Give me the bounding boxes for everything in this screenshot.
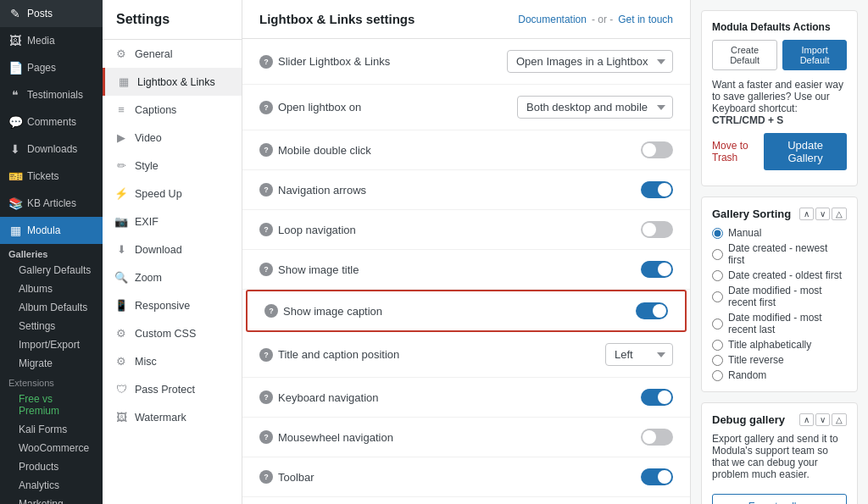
- sidebar-ext-products[interactable]: Products: [0, 457, 103, 476]
- download-nav-icon: ⬇: [114, 243, 128, 256]
- nav-item-watermark[interactable]: 🖼Watermark: [103, 403, 242, 431]
- sidebar-item-pages[interactable]: 📄Pages: [0, 54, 103, 81]
- nav-item-responsive[interactable]: 📱Responsive: [103, 291, 242, 319]
- mobile-double-click-toggle[interactable]: [641, 141, 673, 158]
- sidebar-ext-free-vs-premium[interactable]: Free vs Premium: [0, 390, 103, 420]
- help-badge-mobile-double-click[interactable]: ?: [259, 143, 273, 157]
- nav-item-download[interactable]: ⬇Download: [103, 235, 242, 263]
- loop-navigation-toggle[interactable]: [641, 221, 673, 238]
- sort-option-title-alpha[interactable]: Title alphabetically: [712, 339, 847, 351]
- nav-item-label: Lightbox & Links: [137, 76, 215, 88]
- show-image-caption-toggle[interactable]: [636, 302, 668, 319]
- help-badge-slider-lightbox[interactable]: ?: [259, 55, 273, 69]
- content-title: Lightbox & Links settings: [259, 12, 415, 26]
- nav-item-label: Responsive: [135, 300, 190, 312]
- nav-item-general[interactable]: ⚙General: [103, 40, 242, 68]
- sort-option-manual[interactable]: Manual: [712, 227, 847, 239]
- help-badge-show-image-title[interactable]: ?: [259, 263, 273, 276]
- sort-up-button[interactable]: ∧: [799, 208, 814, 220]
- help-badge-toolbar[interactable]: ?: [259, 470, 273, 484]
- nav-item-label: General: [135, 48, 172, 60]
- mousewheel-navigation-label: ? Mousewheel navigation: [259, 430, 393, 444]
- video-nav-icon: ▶: [114, 131, 128, 144]
- navigation-arrows-label: ? Navigation arrows: [259, 183, 366, 197]
- sort-collapse-button[interactable]: △: [832, 208, 847, 220]
- sort-option-date-oldest[interactable]: Date created - oldest first: [712, 269, 847, 281]
- sidebar-item-tickets[interactable]: 🎫Tickets: [0, 163, 103, 190]
- show-image-title-toggle[interactable]: [641, 261, 673, 278]
- title-caption-position-select[interactable]: LeftCenterRight: [605, 343, 673, 366]
- slider-lightbox-select[interactable]: Open Images in a LightboxOpen URLNone: [507, 50, 673, 73]
- sorting-controls: ∧ ∨ △: [799, 208, 847, 220]
- sidebar-sub-migrate[interactable]: Migrate: [0, 354, 103, 373]
- documentation-link[interactable]: Documentation: [518, 14, 587, 25]
- sidebar-sub-album-defaults[interactable]: Album Defaults: [0, 298, 103, 317]
- sidebar-item-downloads[interactable]: ⬇Downloads: [0, 136, 103, 163]
- sidebar-item-testimonials[interactable]: ❝Testimonials: [0, 81, 103, 108]
- sidebar-item-media[interactable]: 🖼Media: [0, 27, 103, 54]
- help-badge-open-lightbox-on[interactable]: ?: [259, 101, 273, 114]
- sidebar-sub-albums[interactable]: Albums: [0, 280, 103, 298]
- nav-item-custom-css[interactable]: ⚙Custom CSS: [103, 319, 242, 347]
- nav-item-captions[interactable]: ≡Captions: [103, 96, 242, 124]
- speed-up-nav-icon: ⚡: [114, 187, 128, 200]
- nav-item-exif[interactable]: 📷EXIF: [103, 208, 242, 235]
- sidebar-sub-gallery-defaults[interactable]: Gallery Defaults: [0, 261, 103, 280]
- keyboard-navigation-toggle[interactable]: [641, 389, 673, 406]
- gallery-sorting-section: Gallery Sorting ∧ ∨ △ ManualDate created…: [701, 197, 858, 392]
- mousewheel-navigation-toggle[interactable]: [641, 429, 673, 446]
- toolbar-toggle[interactable]: [641, 468, 673, 485]
- help-badge-show-image-caption[interactable]: ?: [264, 304, 278, 318]
- sidebar-item-comments[interactable]: 💬Comments: [0, 108, 103, 136]
- help-badge-navigation-arrows[interactable]: ?: [259, 183, 273, 197]
- sidebar-item-label: Modula: [27, 224, 60, 236]
- move-to-trash-link[interactable]: Move to Trash: [712, 140, 764, 163]
- nav-item-video[interactable]: ▶Video: [103, 124, 242, 152]
- sidebar-item-modula[interactable]: ▦Modula: [0, 217, 103, 244]
- sidebar-item-posts[interactable]: ✎Posts: [0, 0, 103, 27]
- setting-row-show-image-title: ? Show image title: [242, 250, 690, 290]
- sort-option-title-reverse[interactable]: Title reverse: [712, 354, 847, 366]
- modula-defaults-section: Modula Defaults Actions Create Default I…: [701, 10, 858, 186]
- or-separator: - or -: [592, 14, 613, 25]
- sidebar-item-label: Posts: [27, 8, 53, 19]
- title-caption-position-label: ? Title and caption position: [259, 348, 399, 362]
- update-gallery-button[interactable]: Update Gallery: [764, 133, 847, 170]
- sidebar-item-kb-articles[interactable]: 📚KB Articles: [0, 190, 103, 217]
- open-lightbox-on-select[interactable]: Both desktop and mobileDesktop onlyMobil…: [517, 96, 673, 119]
- help-badge-title-caption-position[interactable]: ?: [259, 348, 273, 362]
- create-default-button[interactable]: Create Default: [712, 40, 777, 70]
- sort-option-date-modified-recent[interactable]: Date modified - most recent first: [712, 285, 847, 308]
- sidebar-ext-marketing[interactable]: Marketing: [0, 495, 103, 504]
- sort-option-random[interactable]: Random: [712, 369, 847, 381]
- sort-down-button[interactable]: ∨: [815, 208, 830, 220]
- sidebar-item-label: Media: [27, 35, 55, 47]
- help-badge-mousewheel-navigation[interactable]: ?: [259, 430, 273, 444]
- debug-down-button[interactable]: ∨: [815, 413, 830, 426]
- misc-nav-icon: ⚙: [114, 355, 128, 368]
- sort-option-date-modified-last[interactable]: Date modified - most recent last: [712, 312, 847, 335]
- nav-item-lightbox-links[interactable]: ▦Lightbox & Links: [103, 68, 242, 96]
- navigation-arrows-toggle[interactable]: [641, 181, 673, 198]
- sidebar-sub-settings[interactable]: Settings: [0, 317, 103, 335]
- help-badge-loop-navigation[interactable]: ?: [259, 223, 273, 236]
- sidebar-ext-analytics[interactable]: Analytics: [0, 476, 103, 495]
- debug-collapse-button[interactable]: △: [832, 413, 847, 426]
- get-in-touch-link[interactable]: Get in touch: [618, 14, 673, 25]
- sidebar-ext-kali-forms[interactable]: Kali Forms: [0, 420, 103, 439]
- debug-up-button[interactable]: ∧: [799, 413, 814, 426]
- debug-gallery-title: Debug gallery ∧ ∨ △: [712, 413, 847, 426]
- debug-description: Export gallery and send it to Modula's s…: [712, 433, 847, 480]
- nav-item-misc[interactable]: ⚙Misc: [103, 347, 242, 375]
- sidebar-ext-woocommerce[interactable]: WooCommerce: [0, 439, 103, 457]
- import-default-button[interactable]: Import Default: [782, 40, 847, 70]
- sort-option-date-newest[interactable]: Date created - newest first: [712, 242, 847, 266]
- extensions-label: Extensions: [0, 373, 103, 390]
- nav-item-pass-protect[interactable]: 🛡Pass Protect: [103, 375, 242, 403]
- help-badge-keyboard-navigation[interactable]: ?: [259, 390, 273, 404]
- sidebar-sub-import-export[interactable]: Import/Export: [0, 335, 103, 354]
- nav-item-zoom[interactable]: 🔍Zoom: [103, 263, 242, 291]
- nav-item-speed-up[interactable]: ⚡Speed Up: [103, 180, 242, 208]
- nav-item-style[interactable]: ✏Style: [103, 152, 242, 180]
- export-gallery-button[interactable]: Export gallery: [712, 494, 847, 504]
